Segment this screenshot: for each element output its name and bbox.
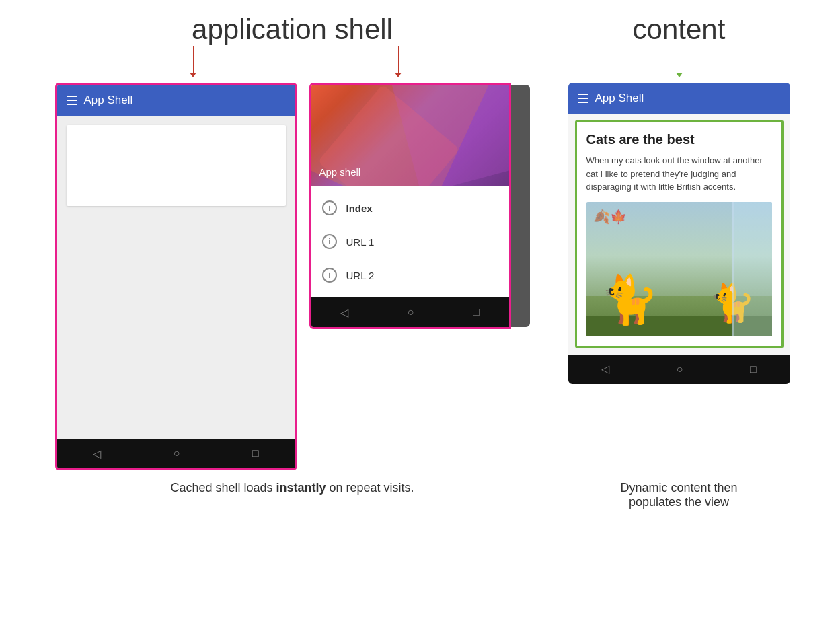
- drawer-menu-item-url1[interactable]: i URL 1: [311, 225, 509, 258]
- nav-back-icon[interactable]: ◁: [93, 447, 101, 460]
- menu-icon: [67, 96, 77, 105]
- phone3-header: App Shell: [568, 83, 790, 114]
- phone3-section: App Shell Cats are the best When my cats…: [568, 83, 790, 384]
- application-shell-label: application shell: [192, 13, 393, 46]
- arrow-phone1: [190, 46, 196, 77]
- phone1-navbar: ◁ ○ □: [57, 439, 295, 468]
- phone1: App Shell ◁ ○ □: [55, 83, 297, 470]
- content-title: Cats are the best: [586, 132, 772, 147]
- cat-image: 🐈 🐈 🍂🍁: [586, 202, 772, 336]
- info-icon-url2: i: [322, 268, 337, 283]
- phone3-title: App Shell: [595, 92, 644, 105]
- phone3: App Shell Cats are the best When my cats…: [568, 83, 790, 384]
- nav-home-icon-3[interactable]: ○: [677, 363, 683, 375]
- phone2-shadow-panel: [511, 85, 530, 327]
- phone2: App shell i Index i URL 1: [309, 83, 511, 329]
- phone3-body: Cats are the best When my cats look out …: [568, 114, 790, 355]
- nav-home-icon-2[interactable]: ○: [408, 306, 414, 318]
- drawer-header-image: App shell: [311, 85, 509, 186]
- drawer-menu: i Index i URL 1 i URL 2: [311, 186, 509, 297]
- content-area: Cats are the best When my cats look out …: [575, 120, 784, 348]
- phone2-navbar: ◁ ○ □: [311, 297, 509, 327]
- info-icon-index: i: [322, 200, 337, 215]
- phone3-navbar: ◁ ○ □: [568, 355, 790, 384]
- arrow-phone2: [395, 46, 402, 77]
- caption-left: Cached shell loads instantly on repeat v…: [170, 481, 414, 495]
- drawer-app-label: App shell: [319, 166, 361, 178]
- nav-square-icon-2[interactable]: □: [473, 306, 480, 318]
- info-icon-url1: i: [322, 234, 337, 249]
- nav-square-icon-3[interactable]: □: [750, 363, 757, 375]
- drawer-menu-item-index[interactable]: i Index: [311, 191, 509, 225]
- content-text: When my cats look out the window at anot…: [586, 154, 772, 194]
- arrow-phone3: [676, 46, 683, 77]
- menu-icon-3: [578, 94, 588, 103]
- drawer-menu-item-url2[interactable]: i URL 2: [311, 258, 509, 292]
- phone1-header: App Shell: [57, 85, 295, 116]
- phone1-body: [57, 116, 295, 439]
- menu-label-url2: URL 2: [346, 270, 375, 281]
- nav-home-icon[interactable]: ○: [174, 447, 180, 460]
- nav-back-icon-3[interactable]: ◁: [601, 363, 609, 375]
- content-placeholder: [67, 125, 286, 206]
- phone1-title: App Shell: [84, 94, 133, 107]
- nav-back-icon-2[interactable]: ◁: [340, 306, 348, 319]
- nav-square-icon[interactable]: □: [252, 447, 259, 460]
- menu-label-url1: URL 1: [346, 236, 375, 248]
- content-label: content: [633, 13, 726, 46]
- menu-label-index: Index: [346, 203, 373, 214]
- phone2-wrapper: App shell i Index i URL 1: [309, 83, 530, 470]
- caption-right: Dynamic content thenpopulates the view: [620, 481, 737, 509]
